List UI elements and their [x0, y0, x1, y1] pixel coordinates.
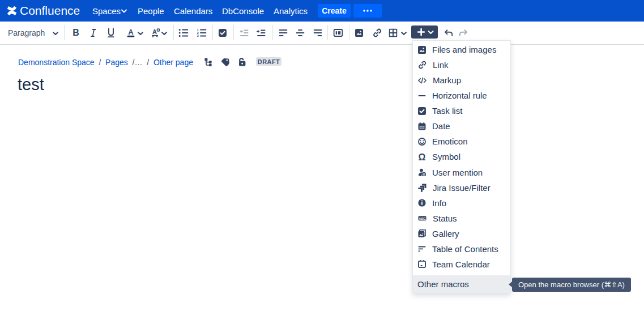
svg-text:Ω: Ω	[419, 153, 426, 161]
svg-text:3: 3	[197, 34, 199, 37]
svg-text:A: A	[128, 28, 134, 36]
svg-text:ABC: ABC	[419, 217, 426, 220]
svg-text:A: A	[152, 28, 157, 35]
